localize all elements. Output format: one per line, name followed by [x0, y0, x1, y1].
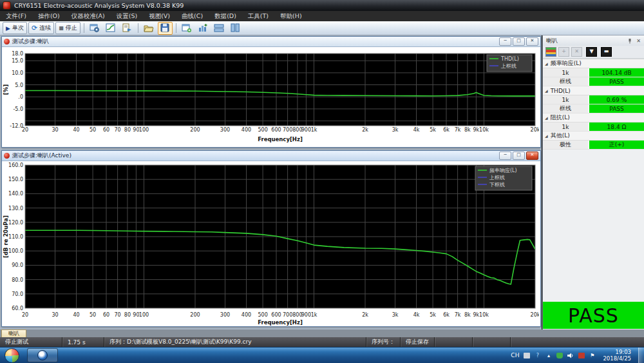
close-button[interactable]: ✕	[526, 152, 538, 160]
x-tick-label: 70	[115, 127, 121, 133]
y-tick-label: .0	[18, 94, 23, 100]
close-button[interactable]: ✕	[526, 37, 538, 46]
app-icon	[3, 1, 11, 10]
menu-item-1[interactable]: 操作(O)	[32, 11, 66, 21]
curve-settings-button[interactable]	[104, 22, 118, 35]
result-row: 框线PASS	[543, 104, 644, 113]
palette-icon[interactable]	[545, 47, 556, 57]
x-tick-label: 20k	[531, 127, 539, 133]
results-panel: 喇叭 ✕ + ✕ ▼ ▬ ◢频率响应(L)1k104.14 dB框线PASS◢T…	[542, 35, 644, 329]
menu-item-7[interactable]: 工具(T)	[242, 11, 274, 21]
open-file-button[interactable]	[142, 22, 156, 35]
menu-item-0[interactable]: 文件(F)	[0, 11, 32, 21]
save-floppy-icon	[160, 23, 170, 33]
volume-icon[interactable]	[567, 352, 574, 359]
chart-window-thd-titlebar[interactable]: 测试步骤:喇叭 ─ □ ✕	[2, 37, 540, 47]
x-tick-label: 30	[52, 312, 58, 318]
x-tick-label: 70	[115, 312, 121, 318]
legend-label: 下框线	[489, 182, 505, 188]
collapse-all-button[interactable]: ▬	[601, 47, 612, 57]
chart-add-icon	[198, 23, 208, 33]
results-panel-title: 喇叭	[546, 37, 558, 45]
result-section-header[interactable]: ◢THD(L)	[543, 86, 644, 95]
thd-chart: 2030405060708090100200300400500600700800…	[2, 47, 539, 146]
y-tick-label: 130.0	[8, 206, 23, 211]
x-tick-label: 2k	[362, 312, 368, 318]
play-icon: ▶	[6, 25, 10, 32]
chart-window-response-titlebar[interactable]: 测试步骤:喇叭(Active) ─ □ ✕	[2, 151, 540, 161]
shield-icon[interactable]	[556, 352, 563, 359]
run-single-button[interactable]: ▶ 单次	[3, 22, 27, 34]
add-item-button[interactable]: +	[558, 47, 569, 57]
x-axis-label: Frequency[Hz]	[258, 136, 303, 142]
run-continuous-button[interactable]: ⟳ 连续	[28, 22, 54, 34]
report-page-icon	[122, 23, 132, 33]
result-section-header[interactable]: ◢其他(L)	[543, 132, 644, 141]
result-section-header[interactable]: ◢频率响应(L)	[543, 59, 644, 68]
action-center-flag-icon[interactable]: ⚑	[589, 352, 596, 359]
close-icon[interactable]: ✕	[636, 38, 641, 44]
result-row: 1k0.69 %	[543, 95, 644, 104]
test-settings-button[interactable]	[88, 22, 102, 35]
y-tick-label: 120.0	[8, 220, 23, 226]
toolbar-separator	[138, 23, 138, 33]
maximize-button[interactable]: □	[513, 37, 525, 46]
minimize-button[interactable]: ─	[499, 37, 511, 46]
x-tick-label: 700	[283, 312, 292, 318]
x-tick-label: 40	[73, 312, 79, 318]
x-tick-label: 2k	[362, 127, 368, 133]
menu-item-2[interactable]: 仪器校准(A)	[66, 11, 111, 21]
results-panel-toolbar: + ✕ ▼ ▬	[543, 46, 644, 59]
save-button[interactable]	[158, 22, 173, 35]
tab-speaker[interactable]: 喇叭	[1, 329, 26, 337]
results-panel-header: 喇叭 ✕	[543, 35, 644, 46]
start-button[interactable]	[5, 348, 19, 363]
y-tick-label: 100.0	[8, 248, 23, 254]
result-section-header[interactable]: ◢阻抗(L)	[543, 113, 644, 123]
status-segment-4: 停止保存	[401, 337, 435, 347]
printer-icon[interactable]	[523, 352, 530, 359]
layout-vertical-icon	[230, 23, 240, 33]
status-segment-empty	[473, 337, 511, 347]
x-tick-label: 600	[271, 312, 281, 318]
taskbar-app-button[interactable]	[27, 348, 58, 362]
show-hidden-icons[interactable]: ▴	[545, 352, 552, 359]
status-segment-empty	[435, 337, 473, 347]
pin-icon[interactable]	[627, 38, 632, 44]
status-bar: 停止测试1.75 s序列：D:\测试模板V8.0_0225\喇叭测试\K99\K…	[0, 337, 644, 347]
x-tick-label: 10k	[479, 127, 489, 133]
result-row-label: 1k	[543, 123, 589, 131]
new-window-button[interactable]	[180, 22, 194, 35]
show-desktop-button[interactable]	[638, 348, 644, 363]
status-segment-0: 停止测试	[0, 337, 62, 347]
loop-icon: ⟳	[32, 25, 37, 31]
layout-columns-button[interactable]	[228, 22, 243, 35]
x-tick-label: 9k	[473, 312, 480, 318]
taskbar-clock[interactable]: 19:03 2018/4/25	[600, 349, 634, 362]
menu-item-4[interactable]: 视图(V)	[143, 11, 176, 21]
stop-button[interactable]: ■ 停止	[55, 22, 80, 34]
x-tick-label: 20	[22, 312, 28, 318]
help-icon[interactable]: ?	[534, 352, 541, 359]
x-tick-label: 1k	[311, 312, 317, 318]
x-tick-label: 50	[90, 312, 96, 318]
remove-item-button[interactable]: ✕	[571, 47, 582, 57]
language-indicator[interactable]: CH	[511, 352, 519, 358]
menu-item-3[interactable]: 设置(S)	[111, 11, 143, 21]
menu-item-8[interactable]: 帮助(H)	[274, 11, 308, 21]
remote-monitor-icon[interactable]	[578, 352, 585, 359]
menu-item-5[interactable]: 曲线(C)	[176, 11, 209, 21]
add-chart-button[interactable]	[196, 22, 211, 35]
report-button[interactable]	[120, 22, 135, 35]
minimize-button[interactable]: ─	[499, 152, 511, 160]
chart-window-thd-title: 测试步骤:喇叭	[12, 37, 49, 46]
expand-all-button[interactable]: ▼	[586, 47, 597, 57]
result-row-value: PASS	[589, 104, 644, 113]
y-tick-label: 110.0	[8, 234, 23, 240]
maximize-button[interactable]: □	[513, 152, 525, 160]
menu-item-6[interactable]: 数据(D)	[209, 11, 242, 21]
y-tick-label: 150.0	[8, 177, 23, 182]
result-row-label: 框线	[543, 104, 589, 113]
y-axis-label: [%]	[3, 84, 9, 95]
layout-rows-button[interactable]	[212, 22, 227, 35]
